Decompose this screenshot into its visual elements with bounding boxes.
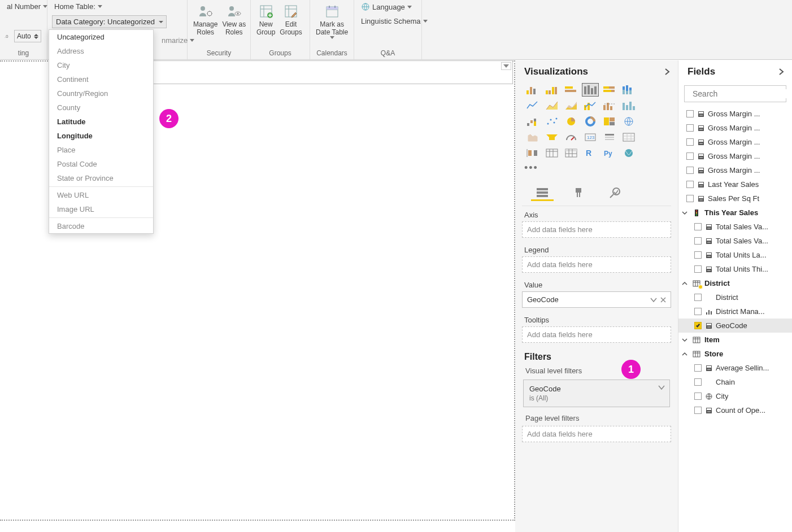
viz-tile[interactable] xyxy=(563,115,580,128)
language-dropdown[interactable]: Language xyxy=(359,1,414,12)
linguistic-schema-dropdown[interactable]: Linguistic Schema xyxy=(359,16,430,27)
data-category-option[interactable]: Place xyxy=(49,143,153,157)
field-checkbox[interactable] xyxy=(694,364,702,372)
field-item[interactable]: Chain xyxy=(678,375,792,389)
remove-field-icon[interactable] xyxy=(660,297,666,303)
field-checkbox[interactable] xyxy=(694,223,702,230)
visualizations-header[interactable]: Visualizations xyxy=(515,60,678,83)
field-item[interactable]: Total Sales Va... xyxy=(678,220,792,234)
data-category-menu[interactable]: UncategorizedAddressCityContinentCountry… xyxy=(49,29,154,234)
field-checkbox[interactable] xyxy=(694,294,702,301)
field-item[interactable]: Count of Ope... xyxy=(678,403,792,417)
data-category-option[interactable]: Address xyxy=(49,44,153,58)
field-checkbox[interactable] xyxy=(686,110,694,117)
data-category-option[interactable]: State or Province xyxy=(49,171,153,185)
decimal-places-stepper[interactable]: Auto xyxy=(14,30,41,42)
field-checkbox[interactable] xyxy=(694,251,702,259)
field-item[interactable]: Last Year Sales xyxy=(678,177,792,191)
viz-tile[interactable] xyxy=(524,130,541,144)
field-item[interactable]: District Mana... xyxy=(678,304,792,319)
viz-tile[interactable]: Py xyxy=(601,146,618,160)
page-filters-well[interactable]: Add data fields here xyxy=(522,426,671,442)
field-checkbox[interactable] xyxy=(694,407,702,414)
edit-groups-button[interactable]: Edit Groups xyxy=(278,1,303,36)
field-item[interactable]: Sales Per Sq Ft xyxy=(678,191,792,206)
viz-tile[interactable] xyxy=(601,115,618,128)
field-checkbox[interactable] xyxy=(694,237,702,245)
viz-tile[interactable]: 123 xyxy=(582,130,599,144)
data-category-option[interactable]: Image URL xyxy=(49,202,153,216)
fields-tab[interactable] xyxy=(531,185,554,201)
data-category-option[interactable]: Country/Region xyxy=(49,86,153,101)
data-type-dropdown[interactable]: al Number xyxy=(5,1,50,12)
field-checkbox[interactable] xyxy=(686,181,694,188)
field-item[interactable]: GeoCode xyxy=(678,319,792,333)
field-checkbox[interactable] xyxy=(694,308,702,315)
field-checkbox[interactable] xyxy=(694,378,702,386)
field-item[interactable]: District xyxy=(678,290,792,304)
value-well[interactable]: GeoCode xyxy=(522,291,671,308)
viz-tile[interactable] xyxy=(563,146,580,160)
field-table-item[interactable]: Item xyxy=(678,333,792,347)
chevron-down-icon[interactable] xyxy=(650,297,657,303)
field-checkbox[interactable] xyxy=(686,152,694,160)
stepper-arrows[interactable] xyxy=(34,34,38,39)
field-checkbox[interactable] xyxy=(686,167,694,174)
data-category-option[interactable]: Continent xyxy=(49,72,153,86)
fields-search-box[interactable] xyxy=(684,85,786,102)
field-item[interactable]: Gross Margin ... xyxy=(678,135,792,149)
visualization-more[interactable]: ••• xyxy=(515,162,678,176)
viz-tile[interactable] xyxy=(582,83,599,97)
new-group-button[interactable]: New Group xyxy=(255,1,276,36)
viz-tile[interactable] xyxy=(524,99,541,112)
field-item[interactable]: Gross Margin ... xyxy=(678,107,792,121)
data-category-option[interactable]: Postal Code xyxy=(49,157,153,171)
axis-well[interactable]: Add data fields here xyxy=(522,221,671,238)
viz-tile[interactable] xyxy=(543,130,560,144)
data-category-dropdown[interactable]: Data Category: Uncategorized xyxy=(52,15,167,28)
field-item[interactable]: Gross Margin ... xyxy=(678,149,792,163)
field-item[interactable]: Gross Margin ... xyxy=(678,121,792,135)
analytics-tab[interactable] xyxy=(603,185,626,201)
viz-tile[interactable] xyxy=(524,83,541,97)
field-checkbox[interactable] xyxy=(694,265,702,273)
viz-tile[interactable] xyxy=(620,130,637,144)
fields-header[interactable]: Fields xyxy=(678,60,792,83)
field-table-district[interactable]: District xyxy=(678,276,792,290)
tooltips-well[interactable]: Add data fields here xyxy=(522,326,671,343)
field-checkbox[interactable] xyxy=(686,195,694,202)
field-item[interactable]: Gross Margin ... xyxy=(678,163,792,177)
data-category-option[interactable]: Barcode xyxy=(49,219,153,233)
view-as-roles-button[interactable]: View as Roles xyxy=(221,1,247,36)
viz-tile[interactable] xyxy=(601,130,618,144)
data-category-option[interactable]: Latitude xyxy=(49,115,153,129)
viz-tile[interactable] xyxy=(524,146,541,160)
viz-tile[interactable] xyxy=(563,130,580,144)
viz-tile[interactable] xyxy=(543,83,560,97)
field-checkbox[interactable] xyxy=(694,322,702,329)
home-table-dropdown[interactable]: Home Table: xyxy=(52,1,105,12)
mark-date-table-button[interactable]: Mark as Date Table xyxy=(315,1,349,39)
chevron-down-icon[interactable] xyxy=(658,383,665,392)
data-category-option[interactable]: Uncategorized xyxy=(49,30,153,44)
viz-tile[interactable]: R xyxy=(582,146,599,160)
field-checkbox[interactable] xyxy=(686,124,694,132)
field-item[interactable]: Average Sellin... xyxy=(678,361,792,375)
filter-card-geocode[interactable]: GeoCode is (All) xyxy=(523,380,670,407)
viz-tile[interactable] xyxy=(563,83,580,97)
data-category-option[interactable]: Longitude xyxy=(49,129,153,143)
viz-tile[interactable] xyxy=(524,115,541,128)
data-category-option[interactable]: Web URL xyxy=(49,188,153,202)
field-checkbox[interactable] xyxy=(694,393,702,400)
data-category-option[interactable]: County xyxy=(49,101,153,115)
viz-tile[interactable] xyxy=(620,146,637,160)
field-item[interactable]: Total Sales Va... xyxy=(678,234,792,248)
field-checkbox[interactable] xyxy=(686,138,694,146)
viz-tile[interactable] xyxy=(601,83,618,97)
field-item[interactable]: City xyxy=(678,389,792,403)
viz-tile[interactable] xyxy=(582,115,599,128)
viz-tile[interactable] xyxy=(543,115,560,128)
manage-roles-button[interactable]: Manage Roles xyxy=(192,1,219,36)
field-item[interactable]: Total Units Thi... xyxy=(678,262,792,276)
viz-tile[interactable] xyxy=(543,99,560,112)
